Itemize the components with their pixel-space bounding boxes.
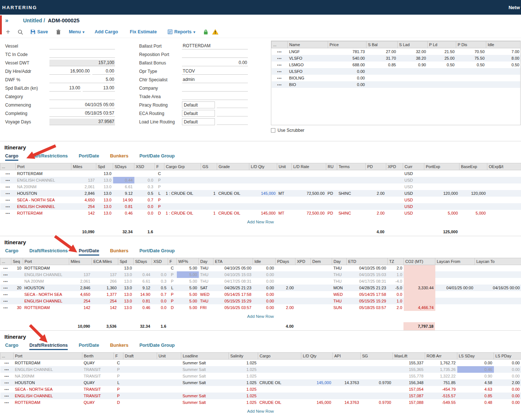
cell[interactable]: CRUDE OIL xyxy=(217,210,249,216)
cell[interactable] xyxy=(295,304,311,311)
cell[interactable] xyxy=(277,183,292,190)
cell[interactable]: 540.00 xyxy=(328,55,366,62)
cell[interactable]: 0.00 xyxy=(494,399,521,406)
cell[interactable]: 8.00 xyxy=(486,55,521,62)
cell[interactable] xyxy=(295,298,311,304)
cell[interactable] xyxy=(333,360,361,366)
cell[interactable] xyxy=(326,197,337,203)
row-menu-icon[interactable]: ••• xyxy=(277,83,282,87)
cell[interactable]: 4.63 xyxy=(457,386,494,393)
cell[interactable] xyxy=(276,271,295,278)
cell[interactable]: Summer Salt xyxy=(181,373,229,379)
cell[interactable]: 13.0 xyxy=(118,278,134,285)
cell[interactable]: MON xyxy=(332,285,347,291)
cell[interactable] xyxy=(157,386,181,393)
column-header[interactable]: S Lad xyxy=(398,41,428,48)
spd-laden-input[interactable] xyxy=(83,85,115,92)
cell[interactable] xyxy=(134,170,155,177)
cell[interactable] xyxy=(134,265,152,271)
spd-ballast-input[interactable] xyxy=(49,85,81,92)
column-header[interactable]: Day xyxy=(332,258,347,265)
cell[interactable]: 2.00 xyxy=(276,285,295,291)
cell[interactable] xyxy=(424,177,459,183)
cell[interactable]: SECA - NORTH SEA xyxy=(23,291,69,298)
cell[interactable] xyxy=(386,190,403,197)
column-header[interactable]: OExp$/t xyxy=(487,163,521,170)
cell[interactable] xyxy=(456,81,486,88)
cell[interactable]: ROTTERDAM xyxy=(16,170,71,177)
cell[interactable]: P xyxy=(155,203,164,210)
cell[interactable]: -515.57 xyxy=(425,393,457,399)
row-menu-icon[interactable]: ••• xyxy=(4,368,9,372)
cell[interactable] xyxy=(113,170,134,177)
cell[interactable] xyxy=(475,265,521,271)
cell[interactable]: 0.9700 xyxy=(361,399,393,406)
cell[interactable]: 0.00 xyxy=(253,291,276,298)
column-header[interactable]: ROB Arr xyxy=(425,353,457,360)
cell[interactable]: 5.00 xyxy=(177,304,199,311)
cell[interactable] xyxy=(435,291,475,298)
column-header[interactable]: F xyxy=(114,353,123,360)
column-header[interactable]: XSD xyxy=(134,163,155,170)
column-header[interactable]: RU xyxy=(326,163,337,170)
cell[interactable]: 0.00 xyxy=(328,81,366,88)
cell[interactable]: ••• xyxy=(0,373,14,379)
cell[interactable] xyxy=(487,210,521,216)
cell[interactable]: D xyxy=(155,210,164,216)
row-menu-icon[interactable]: ••• xyxy=(3,293,8,297)
cell[interactable]: PD xyxy=(326,190,337,197)
cell[interactable]: 13.0 xyxy=(96,197,113,203)
loadline-routing-extra-input[interactable] xyxy=(217,118,248,125)
cell[interactable]: 1.0 xyxy=(388,298,404,304)
cell[interactable]: 5.00 xyxy=(177,278,199,285)
cell[interactable] xyxy=(428,68,456,75)
cell[interactable]: 10 xyxy=(11,265,23,271)
use-scrubber-checkbox[interactable]: Use Scrubber xyxy=(271,128,521,133)
column-header[interactable]: Unit xyxy=(277,163,292,170)
cell[interactable] xyxy=(386,203,403,210)
cell[interactable]: TRANSIT xyxy=(82,393,114,399)
cell[interactable] xyxy=(123,366,157,373)
tab-cargo[interactable]: Cargo xyxy=(5,343,18,350)
loadline-routing-select[interactable]: Default xyxy=(182,118,215,125)
cell[interactable]: 13.0 xyxy=(118,285,134,291)
cell[interactable] xyxy=(301,386,333,393)
cell[interactable]: 781.73 xyxy=(328,48,366,55)
cell[interactable]: PD xyxy=(326,210,337,216)
cell[interactable]: C xyxy=(114,360,123,366)
cell[interactable] xyxy=(361,366,393,373)
cell[interactable] xyxy=(301,360,333,366)
cell[interactable] xyxy=(326,177,337,183)
cell[interactable] xyxy=(366,75,398,81)
cell[interactable]: 0.00 xyxy=(253,278,276,285)
cell[interactable]: 0.5 xyxy=(134,190,155,197)
cell[interactable]: 0.50 xyxy=(486,62,521,68)
cell[interactable] xyxy=(301,366,333,373)
cell[interactable]: 0.81 xyxy=(134,298,152,304)
cell[interactable]: 04/26/25 21:23 xyxy=(213,285,253,291)
cell[interactable]: ROTTERDAM xyxy=(23,304,69,311)
cell[interactable]: 0.0 xyxy=(152,298,168,304)
column-header[interactable]: API xyxy=(333,353,361,360)
piracy-routing-extra-input[interactable] xyxy=(217,101,248,108)
cell[interactable]: Summer Salt xyxy=(181,399,229,406)
cell[interactable]: 137 xyxy=(69,271,92,278)
cell[interactable] xyxy=(386,183,403,190)
cell[interactable]: 04/10/25 05:00 xyxy=(213,265,253,271)
column-header[interactable]: LS SDay xyxy=(457,353,494,360)
cell[interactable]: ••• xyxy=(0,170,16,177)
cell[interactable] xyxy=(361,360,393,366)
cell[interactable] xyxy=(435,304,475,311)
cell[interactable] xyxy=(361,386,393,393)
cell[interactable]: QUAY xyxy=(82,360,114,366)
cell[interactable]: 0.00 xyxy=(328,68,366,75)
cell[interactable] xyxy=(11,271,23,278)
cell[interactable] xyxy=(277,203,292,210)
cell[interactable] xyxy=(366,203,386,210)
cell[interactable]: 13.0 xyxy=(118,291,134,298)
cell[interactable] xyxy=(295,265,311,271)
cell[interactable] xyxy=(311,304,332,311)
cell[interactable]: 14.3763 xyxy=(333,399,361,406)
cell[interactable]: 0.00 xyxy=(253,304,276,311)
cell[interactable]: 142 xyxy=(69,304,92,311)
